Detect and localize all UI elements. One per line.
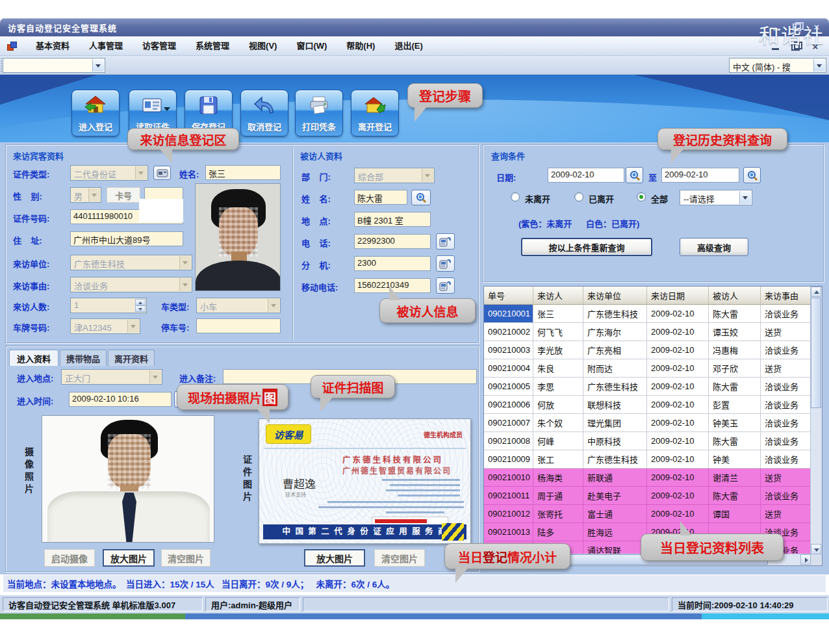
car-type-combo[interactable]: 小车: [196, 298, 281, 313]
radio-all[interactable]: [637, 192, 646, 201]
tab-carried-items[interactable]: 携带物品: [60, 350, 107, 366]
table-cell[interactable]: 090210004: [484, 359, 533, 378]
tab-leave-info[interactable]: 离开资料: [108, 350, 155, 366]
menu-item[interactable]: 帮助(H): [337, 36, 385, 56]
table-cell[interactable]: 陈大雷: [709, 305, 761, 323]
table-cell[interactable]: 附而达: [583, 359, 647, 378]
table-cell[interactable]: 洽谈业务: [761, 487, 812, 505]
column-header[interactable]: 被访人: [709, 287, 761, 305]
table-cell[interactable]: 090210010: [484, 469, 533, 487]
table-cell[interactable]: 090210002: [484, 323, 533, 341]
pick-date-from-button[interactable]: [626, 167, 643, 183]
menu-item[interactable]: 退出(E): [385, 36, 432, 56]
table-cell[interactable]: 2009-02-10: [647, 432, 709, 450]
table-cell[interactable]: 杨海类: [533, 469, 583, 487]
menu-item[interactable]: 访客管理: [133, 36, 186, 56]
chevron-down-icon[interactable]: [164, 107, 170, 111]
table-cell[interactable]: 钟美: [709, 450, 761, 469]
table-cell[interactable]: 李思: [533, 378, 583, 396]
table-cell[interactable]: 胜海远: [583, 523, 647, 541]
entry-time-input[interactable]: 2009-02-10 10:16: [69, 392, 172, 407]
table-cell[interactable]: 090210013: [484, 523, 533, 541]
entry-place-combo[interactable]: 正大门: [61, 369, 162, 385]
table-cell[interactable]: 广东德生科技: [583, 450, 647, 469]
table-cell[interactable]: 洽谈业务: [761, 378, 812, 396]
dept-combo[interactable]: 综合部: [354, 168, 435, 183]
table-cell[interactable]: 张三: [533, 305, 583, 323]
table-row[interactable]: 090210003李光放广东亮相2009-02-10冯惠梅洽谈业务: [484, 341, 822, 359]
table-row[interactable]: 090210011周于通赴美电子2009-02-10陈大雷洽谈业务: [484, 487, 822, 505]
table-row[interactable]: 090210010杨海类新联通2009-02-10谢清兰送货: [484, 469, 822, 487]
table-cell[interactable]: 陈大雷: [709, 378, 761, 396]
tab-entry-info[interactable]: 进入资料: [9, 350, 58, 366]
id-type-combo[interactable]: 二代身份证: [70, 165, 148, 181]
dial-mobile-button[interactable]: [436, 277, 455, 294]
table-cell[interactable]: 陆多: [533, 523, 583, 541]
vertical-scrollbar[interactable]: [810, 287, 822, 554]
column-header[interactable]: 单号: [484, 287, 533, 305]
table-row[interactable]: 090210007朱个奴理光集团2009-02-10钟美玉洽谈业务: [484, 414, 822, 432]
table-cell[interactable]: 张工: [533, 450, 583, 469]
plate-combo[interactable]: 津A12345: [70, 318, 140, 334]
gender-combo[interactable]: 男: [70, 187, 101, 203]
table-row[interactable]: 090210006何放联想科技2009-02-10彭置洽谈业务: [484, 396, 822, 414]
table-cell[interactable]: 赴美电子: [583, 487, 647, 505]
table-cell[interactable]: 张寄托: [533, 505, 583, 523]
people-count-stepper[interactable]: 1: [70, 298, 147, 313]
toolbar-button-cancel[interactable]: 取消登记: [240, 90, 288, 136]
table-cell[interactable]: 陈大雷: [709, 432, 761, 450]
table-cell[interactable]: 090210001: [484, 305, 533, 323]
column-header[interactable]: 来访日期: [647, 287, 709, 305]
column-header[interactable]: 来访事由: [761, 287, 812, 305]
table-cell[interactable]: 2009-02-10: [647, 305, 709, 323]
table-cell[interactable]: 2009-02-10: [647, 414, 709, 432]
parking-input[interactable]: [196, 318, 281, 333]
table-cell[interactable]: 2009-02-10: [647, 505, 709, 523]
advanced-query-button[interactable]: 高级查询: [680, 238, 748, 256]
date-to-input[interactable]: 2009-02-10: [661, 168, 739, 183]
table-cell[interactable]: 富士通: [583, 505, 647, 523]
table-cell[interactable]: 谢清兰: [709, 469, 761, 487]
radio-not-left[interactable]: [511, 192, 520, 201]
table-cell[interactable]: 090210012: [484, 505, 533, 523]
filter-select[interactable]: --请选择: [680, 190, 752, 205]
table-row[interactable]: 090210008何峰中原科技2009-02-10陈大雷洽谈业务: [484, 432, 822, 450]
table-cell[interactable]: 理光集团: [583, 414, 647, 432]
table-cell[interactable]: 090210003: [484, 341, 533, 359]
table-cell[interactable]: 090210005: [484, 378, 533, 396]
menu-item[interactable]: 系统管理: [186, 36, 239, 56]
table-cell[interactable]: 何放: [533, 396, 583, 414]
table-cell[interactable]: 彭置: [709, 396, 761, 414]
table-cell[interactable]: 谭国: [709, 505, 761, 523]
table-cell[interactable]: 送货: [761, 359, 812, 378]
scroll-up-icon[interactable]: [811, 287, 821, 297]
table-cell[interactable]: 洽谈业务: [761, 396, 812, 414]
table-cell[interactable]: 洽谈业务: [761, 305, 812, 323]
radio-label[interactable]: 未离开: [525, 192, 550, 205]
enlarge-photo-button[interactable]: 放大图片: [103, 549, 155, 567]
radio-left[interactable]: [574, 192, 583, 201]
chevron-down-icon[interactable]: [739, 191, 751, 204]
lookup-person-button[interactable]: [411, 190, 431, 205]
table-cell[interactable]: 中原科技: [583, 432, 647, 450]
chevron-down-icon[interactable]: [813, 59, 825, 71]
table-cell[interactable]: 广东德生科技: [583, 305, 647, 323]
table-cell[interactable]: 2009-02-10: [647, 450, 709, 469]
scroll-right-icon[interactable]: [800, 554, 811, 565]
table-cell[interactable]: 送货: [761, 469, 812, 487]
ext-input[interactable]: 2300: [354, 256, 431, 271]
quick-combo[interactable]: [3, 58, 105, 73]
table-cell[interactable]: 090210009: [484, 450, 533, 469]
table-cell[interactable]: 2009-02-10: [647, 359, 709, 378]
table-cell[interactable]: 洽谈业务: [761, 414, 812, 432]
language-selector[interactable]: 中文 (简体) - 搜: [729, 58, 826, 73]
table-cell[interactable]: 送货: [761, 505, 812, 523]
visitor-name-input[interactable]: 张三: [205, 165, 281, 180]
scroll-down-icon[interactable]: [811, 544, 821, 554]
dial-phone-button[interactable]: [436, 233, 455, 250]
table-cell[interactable]: 2009-02-10: [647, 341, 709, 359]
table-cell[interactable]: 2009-02-10: [647, 469, 709, 487]
enlarge-card-button[interactable]: 放大图片: [304, 549, 365, 567]
toolbar-button-leave-register[interactable]: 离开登记: [351, 90, 399, 136]
address-input[interactable]: 广州市中山大道89号: [70, 231, 183, 246]
